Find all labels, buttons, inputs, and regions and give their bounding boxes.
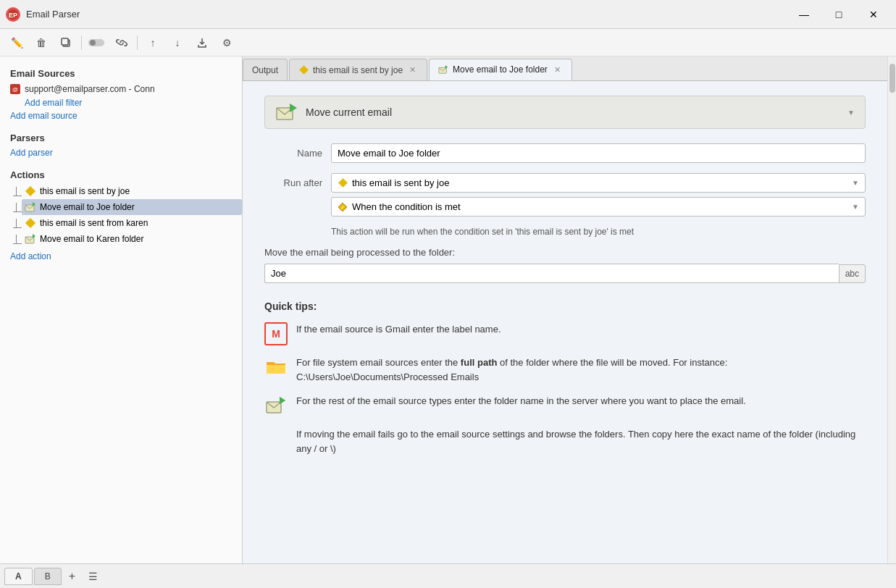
tip-info-text: If moving the email fails go to the emai… [296, 427, 866, 455]
move-email-icon-1 [25, 201, 36, 213]
condition-icon: ✓ [338, 202, 348, 212]
add-action-link[interactable]: Add action [0, 250, 242, 263]
tree-lines-1 [10, 187, 22, 196]
link-button[interactable] [111, 33, 133, 53]
action-label-4: Move email to Karen folder [40, 234, 143, 244]
name-input[interactable] [331, 143, 866, 163]
content-area: Output this email is sent by joe ✕ Move [243, 56, 887, 563]
bottom-tab-b[interactable]: B [34, 568, 62, 585]
delete-button[interactable]: 🗑 [30, 33, 52, 53]
action-type-label: Move current email [306, 106, 392, 118]
title-bar: EP Email Parser — □ ✕ [0, 0, 896, 29]
quick-tips: Quick tips: M If the email source is Gma… [264, 301, 866, 455]
toolbar: ✏️ 🗑 ↑ ↓ ⚙ [0, 29, 896, 56]
condition-select[interactable]: ✓ When the condition is met ▼ [331, 197, 866, 217]
tab-move-label: Move email to Joe folder [453, 64, 548, 75]
run-after-select[interactable]: this email is sent by joe ▼ [331, 173, 866, 193]
action-move-karen[interactable]: Move email to Karen folder [22, 231, 242, 247]
email-sources-title: Email Sources [0, 64, 242, 82]
email-source-item[interactable]: @ support@emailparser.com - Conn [0, 82, 242, 96]
action-parser-joe[interactable]: this email is sent by joe [22, 183, 242, 199]
tip-gmail-text: If the email source is Gmail enter the l… [296, 322, 501, 337]
tab-joe[interactable]: this email is sent by joe ✕ [289, 59, 427, 80]
tip-filesystem-text: For file system email sources enter the … [296, 356, 866, 384]
move-down-button[interactable]: ↓ [167, 33, 188, 53]
tip-other-text: For the rest of the email source types e… [296, 394, 746, 408]
svg-rect-3 [62, 38, 68, 45]
tab-move-joe[interactable]: Move email to Joe folder ✕ [429, 59, 572, 80]
run-after-icon [338, 178, 348, 188]
tab-joe-label: this email is sent by joe [313, 65, 403, 75]
diamond-icon-small [299, 65, 309, 75]
action-group-1: this email is sent by joe [10, 183, 242, 199]
name-label: Name [264, 148, 322, 159]
tabs-bar: Output this email is sent by joe ✕ Move [243, 56, 887, 81]
svg-point-5 [90, 40, 96, 46]
toggle-button[interactable] [86, 33, 108, 53]
sidebar: Email Sources @ support@emailparser.com … [0, 56, 243, 563]
scrollbar[interactable] [887, 56, 896, 563]
horiz-line-4 [13, 243, 22, 244]
run-after-select-left: this email is sent by joe [338, 177, 449, 188]
action-type-left: Move current email [275, 102, 392, 122]
add-tab-button[interactable]: + [63, 567, 81, 586]
vert-line-3 [16, 219, 17, 227]
action-label-1: this email is sent by joe [40, 186, 130, 196]
vert-line-2 [16, 203, 17, 211]
run-after-col: this email is sent by joe ▼ ✓ [331, 173, 866, 217]
action-label-2: Move email to Joe folder [40, 202, 135, 212]
tab-joe-close[interactable]: ✕ [407, 64, 418, 75]
action-group-2: Move email to Joe folder [10, 199, 242, 215]
bottom-tab-a[interactable]: A [4, 568, 33, 585]
tab-output[interactable]: Output [243, 59, 288, 80]
move-up-button[interactable]: ↑ [142, 33, 164, 53]
condition-info-text: This action will be run when the conditi… [331, 227, 866, 237]
vert-line-1 [16, 187, 17, 196]
horiz-line-2 [13, 211, 22, 212]
folder-abc-button[interactable]: abc [839, 264, 866, 283]
action-parser-karen[interactable]: this email is sent from karen [22, 215, 242, 231]
tip-info: If moving the email fails go to the emai… [264, 427, 866, 455]
separator-2 [137, 35, 138, 50]
add-email-filter-link[interactable]: Add email filter [0, 96, 242, 109]
tip-gmail: M If the email source is Gmail enter the… [264, 322, 866, 345]
edit-button[interactable]: ✏️ [6, 33, 28, 53]
horiz-line-1 [13, 196, 22, 196]
maximize-button[interactable]: □ [822, 4, 855, 25]
parser-icon-2 [25, 217, 36, 229]
tree-lines-3 [10, 219, 22, 228]
tab-menu-button[interactable]: ☰ [83, 568, 104, 585]
folder-input[interactable] [264, 264, 839, 283]
app-title: Email Parser [26, 9, 787, 20]
name-row: Name [264, 143, 866, 163]
close-button[interactable]: ✕ [857, 4, 890, 25]
folder-section: Move the email being processed to the fo… [264, 247, 866, 283]
actions-title: Actions [0, 165, 242, 183]
bottom-tabs: A B + ☰ [0, 563, 896, 588]
separator-1 [81, 35, 82, 50]
window-controls: — □ ✕ [787, 4, 890, 25]
action-type-selector[interactable]: Move current email ▼ [264, 96, 866, 129]
run-after-label: Run after [264, 177, 322, 188]
svg-text:✓: ✓ [340, 205, 345, 210]
folder-icon [264, 356, 288, 379]
tab-output-label: Output [252, 65, 278, 75]
action-move-joe[interactable]: Move email to Joe folder [22, 199, 242, 215]
horiz-line-3 [13, 227, 22, 228]
settings-button[interactable]: ⚙ [216, 33, 238, 53]
tab-move-close[interactable]: ✕ [552, 64, 563, 75]
minimize-button[interactable]: — [787, 4, 821, 25]
tab-joe-icon [298, 65, 309, 75]
copy-button[interactable] [55, 33, 77, 53]
tip-other: For the rest of the email source types e… [264, 394, 866, 417]
condition-value: When the condition is met [352, 201, 461, 212]
parser-icon-1 [25, 185, 36, 197]
svg-text:EP: EP [9, 12, 17, 19]
scrollbar-thumb[interactable] [889, 64, 895, 93]
run-after-row: Run after this email is sent by joe ▼ [264, 173, 866, 217]
main-layout: Email Sources @ support@emailparser.com … [0, 56, 896, 563]
add-email-source-link[interactable]: Add email source [0, 109, 242, 122]
add-parser-link[interactable]: Add parser [0, 146, 242, 159]
export-button[interactable] [191, 33, 213, 53]
diamond-small [338, 178, 348, 188]
